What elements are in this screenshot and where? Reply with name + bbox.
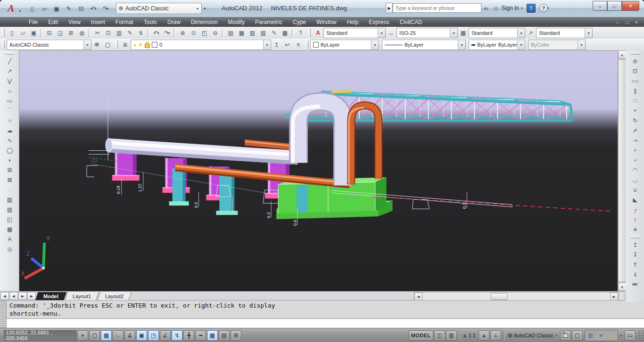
- workspace-settings-button[interactable]: ☸: [91, 40, 102, 50]
- doc-minimize-button[interactable]: –: [614, 19, 621, 25]
- ellipse-arc-button[interactable]: ◗: [3, 155, 16, 165]
- lineweight-control-dropdown[interactable]: ByLayerByLayerByLayer ▾: [469, 40, 525, 50]
- menu-express[interactable]: Express: [363, 18, 394, 26]
- menu-help[interactable]: Help: [342, 18, 364, 26]
- clean-screen-button[interactable]: ▭: [625, 330, 636, 341]
- circle-button[interactable]: ○: [3, 115, 16, 125]
- coordinates-readout[interactable]: -120.8252, 21.6861 , -335.3459: [4, 330, 76, 341]
- donut-button[interactable]: ◎: [3, 244, 16, 254]
- exchange-icon[interactable]: !: [527, 4, 536, 13]
- workspace-switching-label[interactable]: AutoCAD Classic: [514, 333, 553, 338]
- stretch-button[interactable]: ⇢: [629, 135, 641, 145]
- table-style-button[interactable]: ▦: [458, 28, 469, 38]
- redo-dropdown-icon[interactable]: ▾: [168, 31, 170, 35]
- chevron-down-icon[interactable]: ▾: [83, 40, 91, 49]
- pan-button[interactable]: ⊕: [177, 28, 188, 38]
- toolbar-grip[interactable]: [305, 41, 308, 49]
- point-button[interactable]: ∙: [3, 185, 16, 195]
- previous-tab-icon[interactable]: ◀: [9, 292, 18, 300]
- designcenter-button[interactable]: ▦: [236, 28, 247, 38]
- trim-button[interactable]: -/-: [629, 145, 641, 155]
- scroll-down-icon[interactable]: ▼: [618, 283, 626, 291]
- workspaces-dropdown[interactable]: AutoCAD Classic▾: [7, 40, 91, 50]
- maximize-button[interactable]: □: [607, 1, 622, 11]
- toggle-polar-tracking[interactable]: ∡: [124, 330, 135, 341]
- dim-style-button[interactable]: ↔: [386, 28, 396, 38]
- 3ddwf-button[interactable]: ◍: [76, 28, 87, 38]
- resize-grip[interactable]: [637, 330, 644, 341]
- chamfer-button[interactable]: ◣: [629, 195, 641, 204]
- menu-modify[interactable]: Modify: [223, 18, 250, 26]
- help-button[interactable]: ?: [295, 28, 306, 38]
- chevron-down-icon[interactable]: ▾: [263, 40, 271, 49]
- rectangle-button[interactable]: ▭: [3, 96, 16, 106]
- publish-button[interactable]: ⊞: [66, 28, 76, 38]
- toolbar-grip[interactable]: [630, 52, 640, 55]
- toggle-dynamic-ucs[interactable]: ↯: [172, 330, 182, 341]
- window-positions-button[interactable]: ▢: [572, 330, 583, 341]
- send-to-back-button[interactable]: ↧: [629, 250, 641, 260]
- polyline-button[interactable]: ⋁: [3, 76, 16, 86]
- toolbar-grip[interactable]: [308, 29, 311, 37]
- isolate-objects-button[interactable]: ●: [607, 330, 618, 341]
- explode-button[interactable]: ∗: [629, 224, 641, 234]
- layer-on-bulb-icon[interactable]: ●: [133, 42, 136, 48]
- undo-button[interactable]: ↶▾: [151, 28, 162, 38]
- layer-properties-button[interactable]: ≣: [120, 40, 131, 50]
- menu-cype[interactable]: Cype: [288, 18, 311, 26]
- layer-dropdown[interactable]: ● ☀ 0 ▾: [131, 40, 271, 50]
- vertical-scroll-thumb[interactable]: [618, 59, 626, 282]
- arc-button[interactable]: ⌒: [3, 106, 16, 115]
- qat-plot-button[interactable]: ⊟: [75, 3, 87, 14]
- bring-to-front-button[interactable]: ↥: [629, 240, 641, 250]
- table-style-dropdown[interactable]: Standard▾: [469, 28, 525, 38]
- standards-check-button[interactable]: ✔: [596, 330, 607, 341]
- qat-new-button[interactable]: ▯: [26, 3, 38, 14]
- layer-previous-button[interactable]: ↩: [282, 40, 293, 50]
- menu-file[interactable]: File: [24, 18, 43, 26]
- plot-button[interactable]: ⊟: [44, 28, 55, 38]
- toggle-show-lineweight[interactable]: ━: [195, 330, 206, 341]
- status-bar-menu-icon[interactable]: ▾: [620, 334, 622, 338]
- redo-button[interactable]: ↷▾: [162, 28, 173, 38]
- move-button[interactable]: +: [629, 106, 641, 115]
- table-button[interactable]: ▦: [3, 224, 16, 234]
- toolbar-grip[interactable]: [2, 41, 5, 49]
- multiline-text-button[interactable]: A: [3, 234, 16, 244]
- create-block-button[interactable]: ⊠: [3, 175, 16, 185]
- spline-button[interactable]: ∿: [3, 135, 16, 145]
- menu-dimension[interactable]: Dimension: [186, 18, 223, 26]
- plot-preview-button[interactable]: ◲: [55, 28, 66, 38]
- fillet-button[interactable]: ╭: [629, 204, 641, 214]
- undo-dropdown-icon[interactable]: ▾: [157, 31, 159, 35]
- layer-color-swatch[interactable]: [152, 42, 157, 48]
- multileader-style-button[interactable]: ↗: [525, 28, 536, 38]
- quickcalc-button[interactable]: ▩: [280, 28, 290, 38]
- text-style-button[interactable]: A: [313, 28, 323, 38]
- annotation-autoscale-button[interactable]: ▲: [490, 330, 501, 341]
- menu-edit[interactable]: Edit: [43, 18, 63, 26]
- toggle-ortho-mode[interactable]: ∟: [113, 330, 124, 341]
- close-button[interactable]: ×: [622, 1, 639, 11]
- zoom-window-button[interactable]: ◰: [199, 28, 210, 38]
- chevron-down-icon[interactable]: ▾: [378, 28, 385, 38]
- toggle-dynamic-input[interactable]: ╋: [183, 330, 194, 341]
- polygon-button[interactable]: ⌂: [3, 86, 16, 96]
- qat-saveas-button[interactable]: ✎: [63, 3, 74, 14]
- minimize-button[interactable]: –: [593, 1, 607, 11]
- menu-draw[interactable]: Draw: [162, 18, 186, 26]
- erase-button[interactable]: ⊘: [629, 56, 641, 66]
- toolbar-grip[interactable]: [2, 29, 5, 37]
- paste-button[interactable]: ▥: [114, 28, 124, 38]
- scroll-right-icon[interactable]: ▶: [610, 293, 618, 301]
- redo-dropdown-icon[interactable]: ▾: [107, 7, 108, 11]
- menu-window[interactable]: Window: [311, 18, 342, 26]
- hatch-button[interactable]: ▨: [3, 195, 16, 204]
- gradient-button[interactable]: ▧: [3, 204, 16, 214]
- dim-style-dropdown[interactable]: ISO-25▾: [396, 28, 458, 38]
- search-history-icon[interactable]: ▶: [386, 3, 393, 13]
- toggle-object-snap-tracking[interactable]: ∠: [160, 330, 171, 341]
- open-button[interactable]: ▱: [17, 28, 28, 38]
- last-tab-icon[interactable]: ▶: [27, 292, 36, 300]
- layer-states-button[interactable]: ≡: [293, 40, 304, 50]
